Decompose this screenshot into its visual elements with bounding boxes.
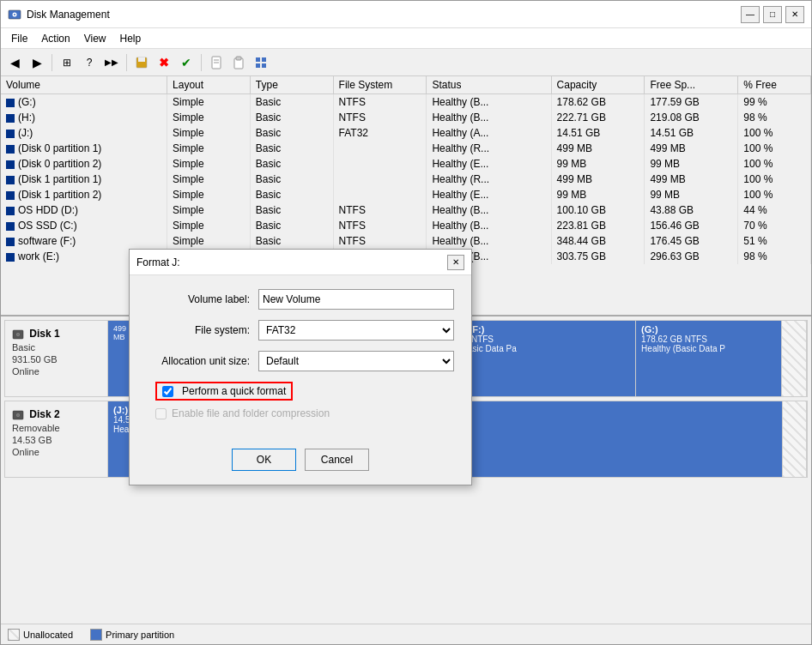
quick-format-checkbox[interactable]: [162, 386, 173, 397]
volume-label-row: Volume label:: [147, 289, 454, 310]
modal-title-bar: Format J: ✕: [130, 250, 471, 275]
compression-row: Enable file and folder compression: [147, 407, 454, 419]
allocation-row: Allocation unit size: Default 512 1024 2…: [147, 351, 454, 371]
allocation-select[interactable]: Default 512 1024 2048 4096: [258, 351, 454, 371]
quick-format-highlighted: Perform a quick format: [155, 382, 293, 401]
volume-label-input[interactable]: [258, 289, 454, 310]
file-system-row: File system: FAT32 NTFS exFAT: [147, 320, 454, 341]
modal-title: Format J:: [136, 256, 180, 268]
modal-body: Volume label: File system: FAT32 NTFS ex…: [130, 275, 471, 440]
modal-footer: OK Cancel: [130, 440, 471, 485]
compression-label: Enable file and folder compression: [172, 407, 330, 419]
modal-close-button[interactable]: ✕: [447, 255, 464, 270]
format-dialog: Format J: ✕ Volume label: File system: F…: [129, 249, 472, 485]
cancel-button[interactable]: Cancel: [305, 449, 369, 471]
modal-overlay: Format J: ✕ Volume label: File system: F…: [0, 0, 812, 645]
file-system-label: File system:: [147, 324, 258, 336]
ok-button[interactable]: OK: [232, 449, 296, 471]
quick-format-label: Perform a quick format: [182, 385, 286, 397]
allocation-label: Allocation unit size:: [147, 355, 258, 367]
quick-format-row: Perform a quick format: [147, 382, 454, 401]
file-system-select[interactable]: FAT32 NTFS exFAT: [258, 320, 454, 341]
compression-checkbox[interactable]: [155, 408, 167, 419]
volume-label-label: Volume label:: [147, 293, 258, 305]
